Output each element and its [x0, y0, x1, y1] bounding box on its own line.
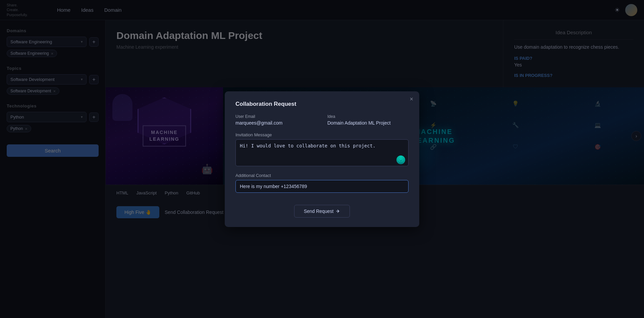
- modal-user-email-label: User Email: [235, 114, 317, 119]
- modal-idea-label: Idea: [327, 114, 409, 119]
- invitation-message-input[interactable]: [235, 139, 409, 166]
- modal-user-email-field: User Email marquees@gmail.com: [235, 114, 317, 126]
- modal-user-email-value: marquees@gmail.com: [235, 120, 317, 126]
- modal-fields-row: User Email marquees@gmail.com Idea Domai…: [235, 114, 409, 126]
- send-request-icon: ✈: [336, 209, 340, 214]
- invitation-message-group: Invitation Message: [235, 132, 409, 168]
- svg-point-1: [400, 159, 401, 161]
- ai-assist-icon[interactable]: [396, 155, 405, 164]
- modal-idea-value: Domain Adaptation ML Project: [327, 120, 409, 126]
- modal-overlay[interactable]: Collaboration Request × User Email marqu…: [0, 0, 644, 318]
- send-request-button[interactable]: Send Request ✈: [294, 205, 350, 218]
- additional-contact-input[interactable]: [235, 180, 409, 193]
- modal-idea-field: Idea Domain Adaptation ML Project: [327, 114, 409, 126]
- invitation-message-label: Invitation Message: [235, 132, 409, 137]
- modal-title: Collaboration Request: [235, 101, 409, 107]
- modal-close-button[interactable]: ×: [410, 96, 413, 102]
- additional-contact-label: Additional Contact: [235, 173, 409, 178]
- invitation-message-wrapper: [235, 139, 409, 168]
- additional-contact-group: Additional Contact: [235, 173, 409, 193]
- collaboration-modal: Collaboration Request × User Email marqu…: [225, 91, 419, 227]
